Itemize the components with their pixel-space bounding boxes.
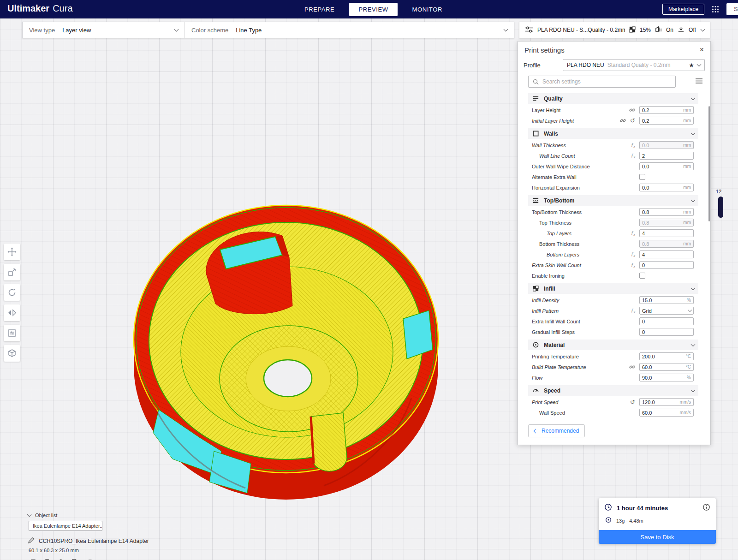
object-list-item[interactable]: Ikea Eulenlampe E14 Adapter... xyxy=(29,521,102,531)
setting-label: Infill Density xyxy=(532,298,635,303)
setting-input[interactable]: 2 xyxy=(639,152,694,160)
layers-icon[interactable] xyxy=(56,558,65,560)
section-header-quality[interactable]: Quality xyxy=(528,93,698,104)
setting-input[interactable]: 0.8mm xyxy=(639,219,694,226)
logo-cura: Cura xyxy=(53,3,72,13)
infill-percent: 15% xyxy=(640,27,651,33)
setting-label: Initial Layer Height xyxy=(532,118,620,124)
tab-preview[interactable]: PREVIEW xyxy=(349,3,397,16)
revert-icon[interactable]: ↺ xyxy=(630,399,635,405)
per-model-settings-button[interactable] xyxy=(4,325,20,341)
setting-row: Extra Skin Wall Countƒx0 xyxy=(518,260,710,270)
setting-input[interactable]: 90.0% xyxy=(639,374,694,381)
setting-dropdown[interactable]: Grid xyxy=(639,307,694,315)
setting-input[interactable]: 0.8mm xyxy=(639,240,694,248)
setting-checkbox[interactable] xyxy=(639,174,645,180)
revert-icon[interactable]: ↺ xyxy=(630,118,635,124)
setting-input[interactable]: 0 xyxy=(639,317,694,325)
setting-label: Extra Skin Wall Count xyxy=(532,262,631,268)
project-name-row: CCR10SPRO_Ikea Eulenlampe E14 Adapter xyxy=(28,537,149,545)
scale-tool-button[interactable] xyxy=(4,264,20,280)
chevron-down-icon xyxy=(691,286,696,290)
close-icon[interactable]: × xyxy=(700,46,704,54)
setting-row: Wall Line Countƒx2 xyxy=(518,150,710,161)
view-type-dropdown[interactable]: View type Layer view xyxy=(23,22,185,38)
chevron-down-icon xyxy=(27,512,32,517)
print-settings-summary-bar[interactable]: PLA RDO NEU - S...Quality - 0.2mm 15% On… xyxy=(519,22,710,38)
setting-label: Printing Temperature xyxy=(532,354,635,359)
quality-icon xyxy=(532,95,539,102)
object-list-toggle[interactable]: Object list xyxy=(28,512,57,518)
setting-label: Extra Infill Wall Count xyxy=(532,319,635,324)
edit-pencil-icon[interactable] xyxy=(28,537,35,545)
object-icons-row xyxy=(29,558,93,560)
setting-input[interactable]: 0.2mm xyxy=(639,117,694,125)
setting-unit: mm xyxy=(683,209,691,214)
setting-input[interactable]: 15.0% xyxy=(639,296,694,304)
profile-value: PLA RDO NEU xyxy=(567,62,604,68)
printer-icon[interactable] xyxy=(29,558,37,560)
setting-input[interactable]: 0.0mm xyxy=(639,184,694,191)
print-time: 1 hour 44 minutes xyxy=(617,505,698,512)
section-header-infill[interactable]: Infill xyxy=(528,283,698,294)
setting-input[interactable]: 60.0°C xyxy=(639,363,694,371)
mirror-tool-button[interactable] xyxy=(4,304,20,321)
menu-hamburger-icon[interactable] xyxy=(695,77,703,86)
setting-input[interactable]: 0.0mm xyxy=(639,141,694,149)
star-icon[interactable]: ★ xyxy=(689,62,694,68)
setting-input[interactable]: 0 xyxy=(639,261,694,269)
section-header-walls[interactable]: Walls xyxy=(528,128,698,139)
sliders-icon xyxy=(525,26,533,34)
support-blocker-button[interactable] xyxy=(4,345,20,362)
setting-input[interactable]: 0.8mm xyxy=(639,208,694,216)
view-options-bar: View type Layer view Color scheme Line T… xyxy=(22,22,514,38)
setting-input[interactable]: 120.0mm/s xyxy=(639,398,694,406)
search-input[interactable] xyxy=(542,78,675,85)
save-to-disk-button[interactable]: Save to Disk xyxy=(599,530,716,544)
print-settings-panel: Print settings × Profile PLA RDO NEU Sta… xyxy=(518,41,711,445)
chevron-down-icon xyxy=(691,342,696,346)
recommended-button[interactable]: Recommended xyxy=(528,424,585,437)
marketplace-button[interactable]: Marketplace xyxy=(662,4,704,15)
section-header-speed[interactable]: Speed xyxy=(528,385,698,396)
section-header-topbottom[interactable]: Top/Bottom xyxy=(528,195,698,206)
profile-quality: Standard Quality - 0.2mm xyxy=(607,62,686,68)
panel-scrollbar[interactable] xyxy=(708,106,710,221)
setting-unit: mm xyxy=(683,241,691,246)
setting-input[interactable]: 60.0mm/s xyxy=(639,409,694,417)
tab-prepare[interactable]: PREPARE xyxy=(295,3,344,16)
tab-monitor[interactable]: MONITOR xyxy=(403,3,452,16)
document-icon[interactable] xyxy=(70,558,79,560)
sign-in-button[interactable]: Sign in xyxy=(726,3,738,15)
apps-grid-icon[interactable] xyxy=(712,6,719,13)
move-tool-button[interactable] xyxy=(4,244,20,260)
setting-row: Top Layersƒx4 xyxy=(518,228,710,238)
setting-input[interactable]: 0.2mm xyxy=(639,106,694,114)
color-scheme-dropdown[interactable]: Color scheme Line Type xyxy=(185,22,514,38)
layer-slider-handle[interactable] xyxy=(718,197,723,218)
setting-input[interactable]: 0.0mm xyxy=(639,162,694,170)
material-row: 13g · 4.48m xyxy=(599,515,716,530)
model-preview[interactable] xyxy=(130,200,444,506)
grid-icon[interactable] xyxy=(84,558,93,560)
nozzle-icon[interactable] xyxy=(42,558,51,560)
search-box[interactable] xyxy=(528,76,676,88)
setting-input[interactable]: 4 xyxy=(639,229,694,237)
rotate-tool-button[interactable] xyxy=(4,284,20,301)
setting-label: Wall Thickness xyxy=(532,143,631,148)
setting-row: Infill PatternƒxGrid xyxy=(518,305,710,316)
color-scheme-label: Color scheme xyxy=(191,27,228,34)
setting-input[interactable]: 200.0°C xyxy=(639,352,694,360)
setting-row: Top Thickness0.8mm xyxy=(518,217,710,228)
setting-input[interactable]: 4 xyxy=(639,250,694,258)
setting-row: Wall Speed60.0mm/s xyxy=(518,407,710,418)
profile-dropdown[interactable]: PLA RDO NEU Standard Quality - 0.2mm ★ xyxy=(563,59,705,71)
setting-input[interactable]: 0 xyxy=(639,328,694,336)
info-icon[interactable] xyxy=(702,503,710,513)
section-header-material[interactable]: Material xyxy=(528,340,698,350)
setting-unit: mm xyxy=(683,143,691,148)
setting-label: Print Speed xyxy=(532,399,630,405)
app-logo: UltimakerCura xyxy=(7,3,73,14)
setting-unit: mm/s xyxy=(680,399,691,405)
setting-checkbox[interactable] xyxy=(639,273,645,279)
